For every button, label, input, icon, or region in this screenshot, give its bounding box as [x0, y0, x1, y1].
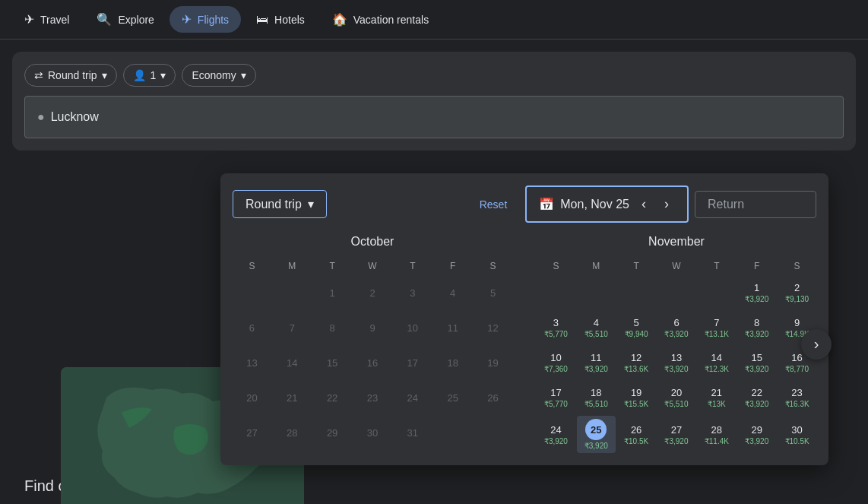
oct-day-30: 30	[353, 416, 392, 449]
nov-day-29[interactable]: 29₹3,920	[737, 416, 776, 453]
november-calendar: November S M T W T F S 1₹3,920 2₹9,	[537, 235, 816, 453]
chevron-down-icon: ▾	[102, 69, 107, 81]
cabin-class-button[interactable]: Economy ▾	[182, 64, 255, 87]
return-date-display[interactable]: Return	[695, 191, 816, 218]
oct-day-29: 29	[313, 416, 352, 449]
oct-day-14: 14	[273, 346, 312, 379]
nov-day-8[interactable]: 8₹3,920	[737, 311, 776, 344]
october-title: October	[233, 235, 512, 249]
travel-icon: ✈	[24, 12, 34, 27]
october-calendar: October S M T W T F S 1 2 3 4 5	[233, 235, 512, 453]
vacation-icon: 🏠	[332, 12, 347, 27]
nav-item-hotels[interactable]: 🛏 Hotels	[244, 7, 317, 33]
nov-empty-4	[657, 276, 696, 309]
nov-day-10[interactable]: 10₹7,360	[537, 346, 575, 379]
nov-day-12[interactable]: 12₹13.6K	[617, 346, 656, 379]
november-grid: S M T W T F S 1₹3,920 2₹9,130 3₹5	[537, 258, 816, 453]
oct-day-20: 20	[233, 381, 271, 414]
nov-day-7[interactable]: 7₹13.1K	[697, 311, 736, 344]
nav-item-explore[interactable]: 🔍 Explore	[84, 6, 166, 33]
nov-day-25[interactable]: 25₹3,920	[577, 416, 616, 453]
oct-empty-4	[474, 416, 512, 449]
trip-type-selector[interactable]: Round trip ▾	[233, 190, 327, 218]
nov-day-19[interactable]: 19₹15.5K	[617, 381, 656, 414]
date-next-arrow[interactable]: ›	[658, 193, 675, 215]
oct-day-28: 28	[273, 416, 312, 449]
nav-item-flights[interactable]: ✈ Flights	[169, 6, 241, 33]
calendar-icon: 📅	[539, 197, 554, 211]
nov-header-t: T	[617, 258, 656, 274]
oct-day-2: 2	[353, 276, 392, 309]
oct-day-18: 18	[433, 346, 472, 379]
nov-day-24[interactable]: 24₹3,920	[537, 416, 575, 453]
person-icon: 👤	[133, 69, 146, 81]
oct-day-15: 15	[313, 346, 352, 379]
nov-empty-3	[617, 276, 656, 309]
nov-day-26[interactable]: 26₹10.5K	[617, 416, 656, 453]
nov-day-23[interactable]: 23₹16.3K	[778, 381, 816, 414]
chevron-down-icon-cabin: ▾	[241, 69, 246, 81]
nov-day-27[interactable]: 27₹3,920	[657, 416, 696, 453]
oct-day-3: 3	[393, 276, 432, 309]
calendars-container: October S M T W T F S 1 2 3 4 5	[233, 235, 816, 453]
calendar-next-arrow[interactable]: ›	[801, 329, 832, 360]
oct-day-7: 7	[273, 311, 312, 344]
nov-empty-2	[577, 276, 616, 309]
nov-header-s: S	[537, 258, 575, 274]
nov-day-14[interactable]: 14₹12.3K	[697, 346, 736, 379]
nov-day-22[interactable]: 22₹3,920	[737, 381, 776, 414]
nov-day-2[interactable]: 2₹9,130	[778, 276, 816, 309]
oct-header-s: S	[233, 258, 271, 274]
nov-day-3[interactable]: 3₹5,770	[537, 311, 575, 344]
nov-header-w: W	[657, 258, 696, 274]
nov-day-15[interactable]: 15₹3,920	[737, 346, 776, 379]
nav-item-vacation[interactable]: 🏠 Vacation rentals	[320, 6, 441, 33]
nov-day-18[interactable]: 18₹5,510	[577, 381, 616, 414]
oct-day-11: 11	[433, 311, 472, 344]
top-navigation: ✈ Travel 🔍 Explore ✈ Flights 🛏 Hotels 🏠 …	[0, 0, 868, 40]
nov-day-1[interactable]: 1₹3,920	[737, 276, 776, 309]
nov-day-20[interactable]: 20₹5,510	[657, 381, 696, 414]
main-content: ⇄ Round trip ▾ 👤 1 ▾ Economy ▾ ● Lucknow	[0, 52, 868, 504]
date-navigation: 📅 Mon, Nov 25 ‹ › Return	[525, 185, 816, 223]
oct-day-24: 24	[393, 381, 432, 414]
date-prev-arrow[interactable]: ‹	[635, 193, 652, 215]
hotels-icon: 🛏	[256, 13, 268, 27]
oct-day-17: 17	[393, 346, 432, 379]
oct-day-6: 6	[233, 311, 271, 344]
oct-empty-3	[433, 416, 472, 449]
nov-day-11[interactable]: 11₹3,920	[577, 346, 616, 379]
oct-day-22: 22	[313, 381, 352, 414]
oct-day-19: 19	[474, 346, 512, 379]
nav-item-travel[interactable]: ✈ Travel	[12, 6, 81, 33]
origin-field[interactable]: ● Lucknow	[24, 96, 844, 138]
trip-type-button[interactable]: ⇄ Round trip ▾	[24, 64, 117, 87]
oct-day-4: 4	[433, 276, 472, 309]
nov-day-21[interactable]: 21₹13K	[697, 381, 736, 414]
search-controls: ⇄ Round trip ▾ 👤 1 ▾ Economy ▾	[24, 64, 844, 87]
nov-day-5[interactable]: 5₹9,940	[617, 311, 656, 344]
nov-header-m: M	[577, 258, 616, 274]
oct-day-10: 10	[393, 311, 432, 344]
reset-button[interactable]: Reset	[480, 198, 508, 211]
oct-header-m: M	[273, 258, 312, 274]
nov-day-6[interactable]: 6₹3,920	[657, 311, 696, 344]
passengers-button[interactable]: 👤 1 ▾	[123, 64, 176, 87]
search-fields: ● Lucknow	[24, 96, 844, 138]
departure-date-display[interactable]: 📅 Mon, Nov 25 ‹ ›	[525, 185, 689, 223]
nov-day-17[interactable]: 17₹5,770	[537, 381, 575, 414]
swap-icon: ⇄	[34, 69, 43, 81]
oct-header-t: T	[313, 258, 352, 274]
nov-day-4[interactable]: 4₹5,510	[577, 311, 616, 344]
oct-empty-2	[273, 276, 312, 309]
october-grid: S M T W T F S 1 2 3 4 5 6	[233, 258, 512, 449]
oct-day-27: 27	[233, 416, 271, 449]
nov-day-30[interactable]: 30₹10.5K	[778, 416, 816, 453]
chevron-down-icon-pass: ▾	[160, 69, 166, 81]
oct-day-21: 21	[273, 381, 312, 414]
nov-day-13[interactable]: 13₹3,920	[657, 346, 696, 379]
calendar-header: Round trip ▾ Reset 📅 Mon, Nov 25 ‹ › Ret…	[233, 185, 816, 223]
oct-day-13: 13	[233, 346, 271, 379]
nov-day-28[interactable]: 28₹11.4K	[697, 416, 736, 453]
nov-header-t2: T	[697, 258, 736, 274]
